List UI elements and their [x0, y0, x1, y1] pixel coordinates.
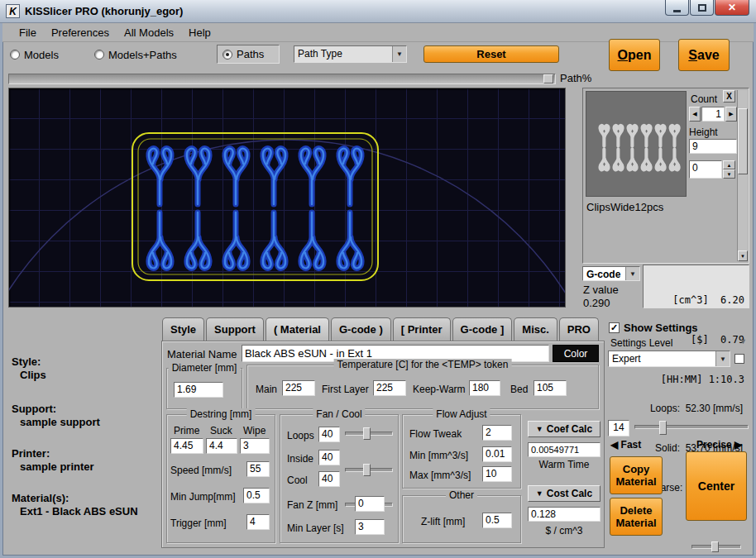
count-input[interactable]: 1 — [701, 107, 725, 122]
fan-loops-input[interactable]: 40 — [318, 427, 340, 442]
layer-input[interactable]: 0 — [689, 160, 722, 179]
destring-speed-input[interactable]: 55 — [246, 461, 270, 477]
flow-max-label: Max [mm^3/s] — [409, 470, 471, 481]
radio-models-paths[interactable] — [94, 50, 104, 60]
copy-material-button[interactable]: Copy Material — [610, 456, 663, 494]
path-type-dropdown[interactable]: Path Type ▼ — [294, 45, 407, 63]
gcode-dropdown-value: G-code — [583, 267, 625, 280]
fan-inside-slider-thumb[interactable] — [363, 464, 371, 476]
menu-preferences[interactable]: Preferences — [45, 25, 116, 41]
models-scrollbar-thumb[interactable] — [738, 108, 748, 174]
coef-value-input[interactable]: 0.00549771 — [528, 442, 600, 457]
temperature-legend: Temperature [C] for the <TEMP> token — [334, 359, 512, 370]
save-button[interactable]: Save — [678, 39, 730, 71]
z-lift-input[interactable]: 0.5 — [482, 513, 512, 528]
color-button[interactable]: Color — [553, 345, 599, 362]
temp-bed-input[interactable]: 105 — [534, 380, 567, 396]
cost-value-input[interactable]: 0.128 — [528, 507, 600, 522]
center-offset-slider[interactable] — [691, 541, 741, 552]
fan-inside-slider[interactable] — [345, 464, 393, 477]
print-bed-viewport[interactable] — [8, 88, 566, 308]
show-settings-label[interactable]: Show Settings — [624, 322, 698, 334]
flow-tweak-input[interactable]: 2 — [482, 425, 512, 441]
tab-material[interactable]: ( Material — [266, 317, 329, 341]
model-name: ClipsWide12pcs — [586, 201, 663, 213]
maximize-button[interactable] — [690, 0, 714, 16]
trigger-input[interactable]: 4 — [246, 514, 270, 530]
menu-file[interactable]: File — [12, 25, 43, 41]
quality-slider-thumb[interactable] — [659, 421, 667, 435]
chevron-down-icon[interactable]: ▼ — [392, 46, 406, 62]
close-button[interactable]: ✕ — [715, 0, 749, 16]
min-layer-input[interactable]: 3 — [355, 519, 385, 535]
radio-paths-box[interactable]: Paths — [217, 45, 280, 64]
flow-min-input[interactable]: 0.01 — [482, 446, 512, 462]
fan-cool-input[interactable]: 40 — [318, 471, 340, 487]
arrow-up-icon: ▲ — [727, 163, 732, 168]
tab-support[interactable]: Support — [206, 317, 264, 341]
cost-calc-button[interactable]: ▼Cost Calc — [528, 485, 600, 502]
toolpath-preview — [9, 88, 565, 306]
tab-gcode-printer[interactable]: G-code ] — [452, 317, 513, 341]
minimize-button[interactable] — [665, 0, 689, 16]
chevron-down-icon[interactable]: ▼ — [625, 267, 639, 280]
checkmark-icon: ✓ — [610, 322, 618, 333]
fan-inside-input[interactable]: 40 — [318, 450, 340, 465]
chevron-down-icon: ▼ — [536, 489, 543, 498]
count-increment[interactable]: ▶ — [725, 107, 737, 122]
radio-models[interactable] — [10, 50, 20, 60]
quality-slider[interactable] — [634, 421, 749, 435]
fan-loops-slider-thumb[interactable] — [363, 427, 371, 440]
menu-all-models[interactable]: All Models — [117, 25, 180, 41]
center-button[interactable]: Center — [686, 451, 747, 521]
prime-input[interactable]: 4.45 — [170, 438, 203, 454]
min-jump-label: Min Jump[mm] — [170, 491, 236, 503]
spin-down-button[interactable]: ▼ — [723, 169, 735, 179]
tab-pro[interactable]: PRO — [559, 317, 599, 341]
tab-printer[interactable]: [ Printer — [393, 317, 451, 341]
app-window: K KISSlicer PRO (khorunjy_egor) ✕ File P… — [0, 0, 756, 558]
radio-models-label[interactable]: Models — [24, 49, 59, 61]
height-input[interactable]: 9 — [689, 139, 737, 154]
fan-loops-slider[interactable] — [345, 427, 393, 441]
tab-style[interactable]: Style — [162, 317, 204, 341]
flow-max-input[interactable]: 10 — [482, 466, 512, 482]
temp-first-layer-input[interactable]: 225 — [373, 380, 406, 396]
coef-calc-button[interactable]: ▼Coef Calc — [528, 421, 600, 437]
radio-paths[interactable] — [222, 50, 232, 60]
collapse-arrow-icon[interactable]: ▼ — [739, 337, 747, 346]
open-button[interactable]: Open — [609, 39, 660, 71]
temp-keep-warm-input[interactable]: 180 — [469, 380, 500, 396]
tab-misc[interactable]: Misc. — [514, 317, 557, 341]
models-scrollbar[interactable]: ▼ — [737, 90, 748, 261]
reset-button[interactable]: Reset — [423, 45, 559, 63]
settings-level-dropdown[interactable]: Expert ▼ — [608, 351, 730, 367]
remove-model-button[interactable]: X — [723, 90, 735, 103]
settings-level-value: Expert — [609, 351, 715, 366]
path-percent-slider[interactable] — [8, 74, 556, 84]
scroll-down-button[interactable]: ▼ — [738, 250, 748, 261]
radio-models-paths-label[interactable]: Models+Paths — [108, 49, 177, 61]
level-lock-checkbox[interactable] — [734, 354, 744, 364]
count-decrement[interactable]: ◀ — [689, 107, 701, 122]
diameter-input[interactable]: 1.69 — [174, 382, 223, 398]
chevron-down-icon[interactable]: ▼ — [715, 351, 730, 366]
path-percent-slider-thumb[interactable] — [543, 74, 553, 83]
model-thumbnail[interactable] — [586, 91, 687, 197]
center-offset-slider-thumb[interactable] — [711, 541, 719, 552]
quality-value[interactable]: 14 — [608, 420, 629, 436]
titlebar[interactable]: K KISSlicer PRO (khorunjy_egor) ✕ — [0, 0, 756, 23]
suck-input[interactable]: 4.4 — [206, 438, 237, 454]
menu-help[interactable]: Help — [182, 25, 218, 41]
tab-gcode-material[interactable]: G-code ) — [331, 317, 391, 341]
show-settings-checkbox[interactable]: ✓ — [609, 322, 620, 333]
min-jump-input[interactable]: 0.5 — [243, 488, 270, 503]
z-lift-label: Z-lift [mm] — [421, 516, 465, 527]
warm-time-label: Warm Time — [528, 459, 600, 470]
wipe-input[interactable]: 3 — [240, 438, 270, 454]
gcode-dropdown[interactable]: G-code ▼ — [582, 266, 640, 281]
spin-up-button[interactable]: ▲ — [723, 160, 735, 169]
temp-main-input[interactable]: 225 — [282, 380, 315, 396]
delete-material-button[interactable]: Delete Material — [610, 498, 663, 536]
fan-z-input[interactable]: 0 — [355, 496, 385, 512]
